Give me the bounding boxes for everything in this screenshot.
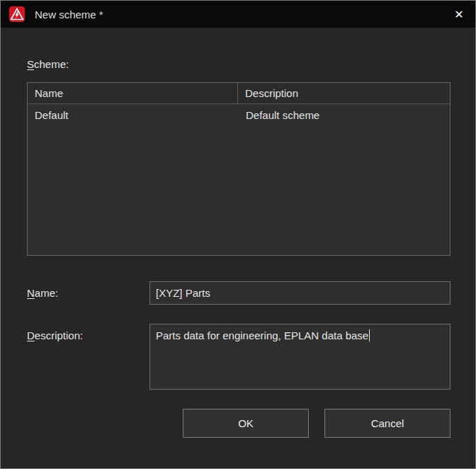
ok-button[interactable]: OK [183,409,309,438]
scheme-label: Scheme: [27,58,450,70]
table-header-description[interactable]: Description [238,83,450,103]
cancel-button[interactable]: Cancel [324,409,450,438]
table-row[interactable]: Default Default scheme [28,104,450,125]
description-row: Description: Parts data for engineering,… [27,324,450,390]
close-icon[interactable]: ✕ [443,1,475,28]
table-header-name[interactable]: Name [28,83,238,103]
dialog-content: Scheme: Name Description Default Default… [1,58,475,438]
scheme-table[interactable]: Name Description Default Default scheme [27,82,450,256]
description-label: Description: [27,324,149,341]
title-bar[interactable]: New scheme * ✕ [1,1,475,28]
button-row: OK Cancel [27,409,450,438]
table-cell-description[interactable]: Default scheme [239,104,450,125]
name-label-rest: ame: [35,287,58,299]
description-label-accel: D [27,329,35,341]
window-title: New scheme * [35,9,103,21]
name-row: Name: [27,281,450,305]
scheme-label-accel: S [27,58,34,70]
eplan-hazard-icon [9,6,25,22]
name-input[interactable] [149,281,450,305]
name-label-accel: N [27,287,35,299]
table-cell-name[interactable]: Default [28,104,239,125]
name-label: Name: [27,287,149,299]
scheme-label-rest: cheme: [34,58,69,70]
description-label-rest: escription: [35,329,83,341]
table-header-row: Name Description [28,83,450,104]
text-caret [369,329,370,341]
description-textarea[interactable]: Parts data for engineering, EPLAN data b… [149,324,450,390]
new-scheme-dialog: New scheme * ✕ Scheme: Name Description … [0,0,476,469]
description-text: Parts data for engineering, EPLAN data b… [156,329,368,341]
